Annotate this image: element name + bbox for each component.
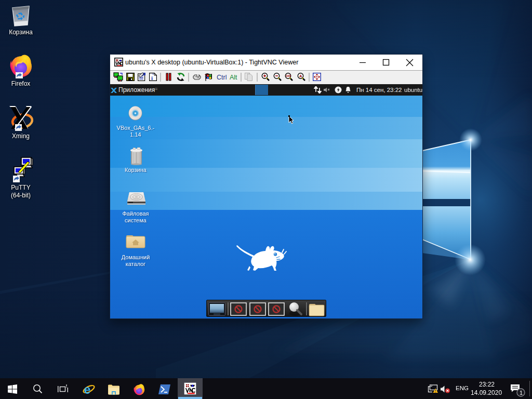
svg-text:Alt: Alt: [230, 74, 237, 81]
svg-text:100: 100: [286, 74, 291, 77]
svg-text:i: i: [151, 75, 153, 81]
svg-text:1: 1: [520, 390, 523, 396]
svg-text:Ctrl: Ctrl: [217, 74, 227, 81]
svg-text:A: A: [299, 74, 302, 78]
svg-text:e: e: [84, 383, 91, 396]
